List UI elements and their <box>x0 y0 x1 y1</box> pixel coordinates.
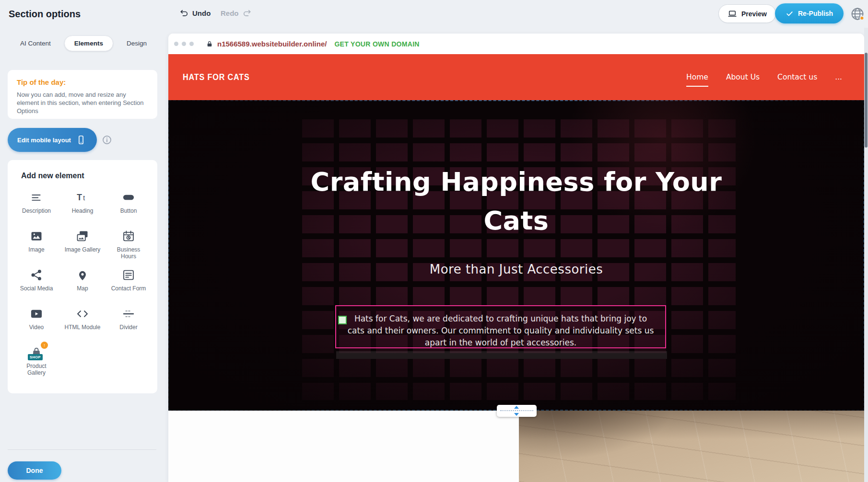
sidebar-divider <box>8 449 156 450</box>
image-icon <box>30 229 43 243</box>
description-icon <box>30 190 43 204</box>
globe-language-icon[interactable] <box>850 6 865 22</box>
site-preview-panel: n1566589.websitebuilder.online/ GET YOUR… <box>168 34 864 482</box>
scrollbar-track[interactable] <box>864 28 868 482</box>
sidebar-tabs: AI Content Elements Design <box>17 35 150 51</box>
monitor-icon <box>727 9 737 19</box>
add-new-element-panel: Add new element Description Tt Heading B… <box>8 160 157 393</box>
contact-form-icon <box>122 267 135 282</box>
add-element-image-gallery[interactable]: Image Gallery <box>59 229 106 267</box>
code-icon <box>76 306 89 321</box>
selected-paragraph-element[interactable]: Hats for Cats, we are dedicated to craft… <box>335 305 666 348</box>
section-resize-handle[interactable] <box>497 405 537 417</box>
preview-label: Preview <box>741 10 767 18</box>
add-element-heading[interactable]: Tt Heading <box>59 190 106 229</box>
undo-label: Undo <box>192 9 211 17</box>
heading-icon: Tt <box>76 190 89 204</box>
phone-icon <box>76 135 86 145</box>
site-nav: Home About Us Contact us ... <box>686 54 842 100</box>
get-domain-link[interactable]: GET YOUR OWN DOMAIN <box>334 40 419 48</box>
button-icon <box>122 190 135 204</box>
business-hours-icon <box>122 229 135 243</box>
nav-home[interactable]: Home <box>686 73 708 87</box>
social-media-icon <box>30 267 43 282</box>
video-icon <box>30 306 43 321</box>
window-dot <box>189 42 194 46</box>
add-element-map[interactable]: Map <box>59 267 106 306</box>
element-grid: Description Tt Heading Button Image Imag… <box>8 190 157 384</box>
add-element-contact-form[interactable]: Contact Form <box>106 267 152 306</box>
nav-more[interactable]: ... <box>835 73 842 81</box>
window-dot <box>182 42 186 46</box>
element-ghost-placeholder <box>336 351 667 359</box>
edit-mobile-layout-button[interactable]: Edit mobile layout <box>8 128 97 152</box>
redo-button[interactable]: Redo <box>221 8 252 18</box>
resize-arrow-up-icon <box>514 406 519 409</box>
tip-of-the-day-card: Tip of the day: Now you can add, move an… <box>8 70 157 119</box>
info-icon[interactable] <box>102 135 112 145</box>
tab-elements[interactable]: Elements <box>64 35 113 51</box>
add-element-video[interactable]: Video <box>13 306 59 345</box>
add-new-element-title: Add new element <box>21 172 157 180</box>
tab-design[interactable]: Design <box>124 36 150 51</box>
nav-contact-us[interactable]: Contact us <box>777 73 817 81</box>
edit-mobile-label: Edit mobile layout <box>17 137 71 144</box>
topbar: Section options Undo Redo Preview Re-Pub… <box>0 0 868 28</box>
tip-title: Tip of the day: <box>17 78 148 86</box>
page-title: Section options <box>9 9 81 20</box>
add-element-divider[interactable]: Divider <box>106 306 152 345</box>
add-element-html-module[interactable]: HTML Module <box>59 306 106 345</box>
check-icon <box>786 10 794 18</box>
add-element-button[interactable]: Button <box>106 190 152 229</box>
tip-body: Now you can add, move and resize any ele… <box>17 91 148 115</box>
hero-vignette <box>168 100 864 411</box>
add-element-description[interactable]: Description <box>13 190 59 229</box>
product-gallery-icon: ↑ SHOP <box>30 345 43 359</box>
undo-button[interactable]: Undo <box>179 8 211 18</box>
svg-text:t: t <box>83 194 85 202</box>
preview-button[interactable]: Preview <box>718 4 776 23</box>
redo-icon <box>242 8 252 18</box>
selection-handle[interactable] <box>338 316 347 324</box>
hero-subheading[interactable]: More than Just Accessories <box>168 262 864 276</box>
next-section-photo <box>519 411 864 482</box>
hero-heading[interactable]: Crafting Happiness for Your Cats <box>310 162 723 240</box>
redo-label: Redo <box>221 9 239 17</box>
hero-heading-wrap: Crafting Happiness for Your Cats <box>168 162 864 240</box>
site-url: n1566589.websitebuilder.online/ <box>217 40 327 48</box>
hero-paragraph[interactable]: Hats for Cats, we are dedicated to craft… <box>347 313 654 349</box>
nav-about-us[interactable]: About Us <box>726 73 760 81</box>
next-section-blank <box>168 411 519 482</box>
divider-icon <box>122 306 135 321</box>
window-dot <box>174 42 178 46</box>
tab-ai-content[interactable]: AI Content <box>17 36 54 51</box>
resize-dotted-line <box>500 410 533 411</box>
add-element-business-hours[interactable]: Business Hours <box>106 229 152 267</box>
undo-icon <box>179 8 189 18</box>
shop-badge: SHOP <box>28 354 43 360</box>
done-button[interactable]: Done <box>8 461 61 480</box>
add-element-image[interactable]: Image <box>13 229 59 267</box>
lock-icon <box>206 40 213 48</box>
map-pin-icon <box>76 267 89 282</box>
next-section[interactable] <box>168 411 864 482</box>
republish-label: Re-Publish <box>798 10 833 17</box>
add-element-social-media[interactable]: Social Media <box>13 267 59 306</box>
site-logo[interactable]: HATS FOR CATS <box>183 72 250 82</box>
add-element-product-gallery[interactable]: ↑ SHOP Product Gallery <box>13 345 59 384</box>
republish-button[interactable]: Re-Publish <box>775 3 844 23</box>
site-header[interactable]: HATS FOR CATS Home About Us Contact us .… <box>168 54 864 100</box>
resize-arrow-down-icon <box>514 413 519 416</box>
image-gallery-icon <box>76 229 89 243</box>
scrollbar-thumb[interactable] <box>865 53 868 148</box>
upgrade-badge-icon: ↑ <box>41 342 48 349</box>
svg-text:T: T <box>77 193 82 202</box>
browser-chrome: n1566589.websitebuilder.online/ GET YOUR… <box>168 34 864 54</box>
hero-section[interactable]: Crafting Happiness for Your Cats More th… <box>168 100 864 411</box>
